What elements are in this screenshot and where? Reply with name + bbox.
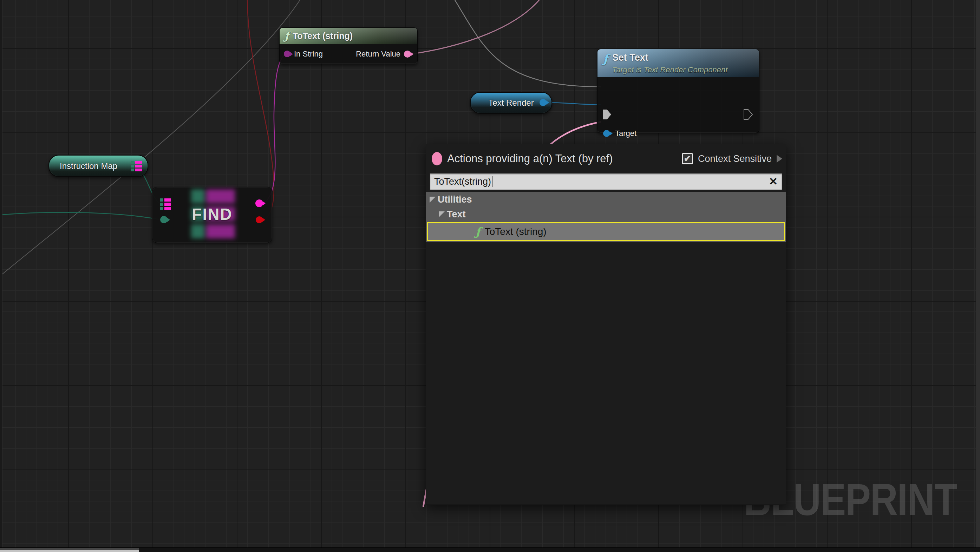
action-result-totext-selected[interactable]: ƒ ToText (string) xyxy=(427,222,785,241)
node-totext-header[interactable]: ƒ ToText (string) xyxy=(280,28,417,44)
context-sensitive-checkbox[interactable]: ✔ xyxy=(682,153,693,164)
object-pin-icon[interactable] xyxy=(539,99,547,106)
action-menu-header: Actions providing a(n) Text (by ref) ✔ C… xyxy=(426,144,786,173)
subcategory-label: Text xyxy=(447,209,466,220)
horizontal-scrollbar[interactable] xyxy=(0,547,980,552)
action-results-tree: Utilities Text ƒ ToText (string) xyxy=(426,192,786,242)
chevron-right-icon[interactable] xyxy=(776,155,782,162)
exec-out-arrow-icon xyxy=(744,109,753,120)
function-icon: ƒ xyxy=(476,226,480,237)
horizontal-scrollbar-thumb[interactable] xyxy=(0,548,139,552)
blueprint-graph-canvas[interactable]: BLUEPRINT ƒ ToText (string) In String Re… xyxy=(0,0,980,552)
function-icon: ƒ xyxy=(603,53,608,65)
node-title: ToText (string) xyxy=(293,31,353,41)
node-set-text[interactable]: ƒ Set Text Target is Text Render Compone… xyxy=(597,49,759,133)
wire-text-up[interactable] xyxy=(409,0,539,54)
pin-label: In String xyxy=(294,49,323,59)
variable-label: Text Render xyxy=(488,98,533,108)
text-type-icon xyxy=(432,152,442,165)
exec-in-pin[interactable] xyxy=(602,109,611,120)
value-out-pin-icon[interactable] xyxy=(255,199,263,207)
pin-in-string[interactable]: In String xyxy=(284,49,323,59)
category-label: Utilities xyxy=(438,194,472,205)
expanded-arrow-icon[interactable] xyxy=(430,197,436,203)
node-title: Set Text xyxy=(612,52,728,63)
context-sensitive-label: Context Sensitive xyxy=(698,153,772,164)
exec-out-pin[interactable] xyxy=(744,109,753,120)
wire-string-magenta[interactable] xyxy=(264,54,285,203)
object-pin-icon[interactable] xyxy=(603,130,610,137)
expanded-arrow-icon[interactable] xyxy=(439,212,445,217)
node-map-find[interactable]: FIND xyxy=(152,187,272,243)
key-pin-icon[interactable] xyxy=(160,216,167,223)
exec-in-arrow-icon xyxy=(602,109,611,120)
action-menu-title: Actions providing a(n) Text (by ref) xyxy=(447,153,677,165)
search-input[interactable]: ToText(string) ✕ xyxy=(430,173,782,190)
bool-out-pin-icon[interactable] xyxy=(256,216,263,223)
pin-return-value[interactable]: Return Value xyxy=(356,49,411,59)
left-edge-border xyxy=(0,0,2,552)
node-text-render-variable[interactable]: Text Render xyxy=(470,92,552,114)
node-settext-header[interactable]: ƒ Set Text Target is Text Render Compone… xyxy=(598,49,759,77)
search-text: ToText(string) xyxy=(434,176,491,187)
wire-key-teal[interactable] xyxy=(0,212,159,220)
clear-search-icon[interactable]: ✕ xyxy=(769,176,778,187)
pin-label: Target xyxy=(615,129,636,138)
variable-label: Instruction Map xyxy=(60,161,117,171)
node-instruction-map-variable[interactable]: Instruction Map xyxy=(48,155,148,177)
pin-target[interactable]: Target xyxy=(603,129,636,138)
map-pin-icon[interactable] xyxy=(131,161,142,171)
function-icon: ƒ xyxy=(285,31,289,41)
node-subtitle: Target is Text Render Component xyxy=(612,65,728,75)
text-pin-icon[interactable] xyxy=(404,51,411,57)
wire-exec-in[interactable] xyxy=(455,0,601,87)
pin-label: Return Value xyxy=(356,49,401,59)
text-caret xyxy=(492,176,492,187)
action-result-label: ToText (string) xyxy=(485,226,547,237)
tree-category-utilities[interactable]: Utilities xyxy=(426,192,786,207)
tree-subcategory-text[interactable]: Text xyxy=(426,207,786,221)
node-totext-string[interactable]: ƒ ToText (string) In String Return Value xyxy=(279,27,418,64)
wire-target-blue[interactable] xyxy=(544,103,601,105)
string-pin-icon[interactable] xyxy=(284,51,291,57)
action-menu: Actions providing a(n) Text (by ref) ✔ C… xyxy=(426,144,786,505)
vertical-scrollbar[interactable] xyxy=(976,0,980,552)
map-input-pin-icon[interactable] xyxy=(160,199,171,210)
checkbox-check-icon: ✔ xyxy=(684,154,691,163)
